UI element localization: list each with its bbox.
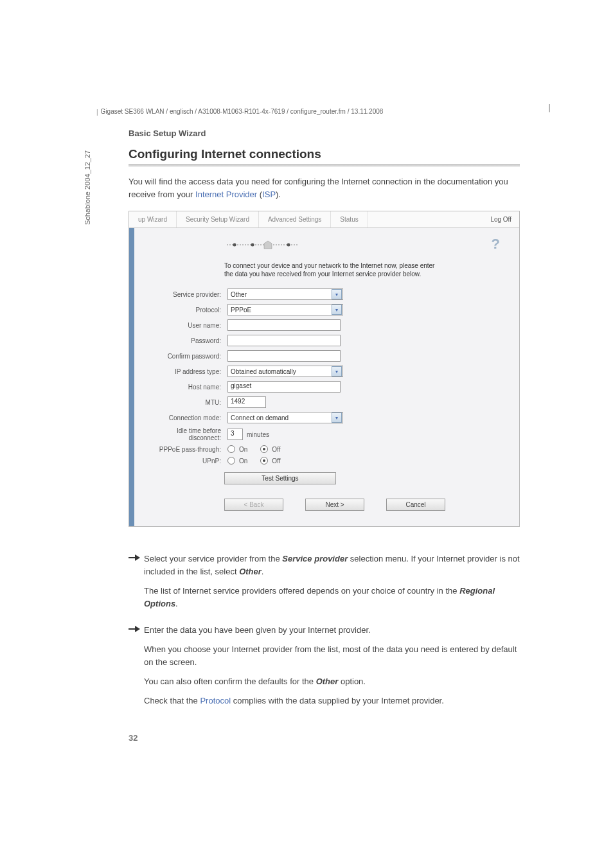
radio-label-on: On: [239, 446, 247, 453]
label-mtu: MTU:: [147, 399, 227, 406]
left-accent-bar: [129, 228, 134, 526]
chevron-down-icon: ▾: [332, 289, 342, 299]
intro-paragraph: You will find the access data you need f…: [129, 175, 520, 200]
input-mtu[interactable]: 1492: [227, 396, 266, 408]
label-protocol: Protocol:: [147, 306, 227, 314]
label-pppoe-passthrough: PPPoE pass-through:: [147, 446, 227, 453]
test-settings-button[interactable]: Test Settings: [224, 472, 336, 484]
label-idle-time: Idle time before disconnect:: [147, 427, 227, 441]
svg-point-2: [251, 244, 254, 247]
input-username[interactable]: [227, 319, 341, 331]
link-protocol: Protocol: [200, 696, 231, 705]
label-password: Password:: [147, 337, 227, 344]
svg-point-3: [287, 244, 290, 247]
logoff-link[interactable]: Log Off: [483, 211, 519, 227]
chevron-down-icon: ▾: [332, 366, 342, 376]
label-service-provider: Service provider:: [147, 291, 227, 298]
arrow-bullet-icon: [129, 624, 144, 714]
crop-mark: |: [61, 742, 74, 743]
tab-bar: up Wizard Security Setup Wizard Advanced…: [129, 211, 519, 228]
next-button[interactable]: Next >: [305, 499, 364, 511]
tab-security-setup[interactable]: Security Setup Wizard: [177, 211, 259, 227]
label-connection-mode: Connection mode:: [147, 414, 227, 421]
label-confirm-password: Confirm password:: [147, 353, 227, 360]
input-password[interactable]: [227, 335, 341, 346]
radio-pppoe-on[interactable]: [227, 445, 235, 453]
cancel-button[interactable]: Cancel: [386, 499, 445, 511]
chevron-down-icon: ▾: [332, 412, 342, 423]
page-title: Configuring Internet connections: [129, 147, 520, 161]
back-button[interactable]: < Back: [224, 499, 283, 511]
label-username: User name:: [147, 322, 227, 329]
link-internet-provider: Internet Provider: [195, 190, 257, 199]
crop-mark: |: [539, 103, 552, 116]
router-screenshot: up Wizard Security Setup Wizard Advanced…: [129, 211, 520, 527]
input-confirm-password[interactable]: [227, 350, 341, 362]
radio-label-off: Off: [272, 446, 280, 453]
chevron-down-icon: ▾: [332, 305, 342, 315]
label-host-name: Host name:: [147, 384, 227, 391]
instruction-2: Enter the data you have been given by yo…: [144, 624, 520, 714]
instruction-1: Select your service provider from the Se…: [144, 553, 520, 617]
label-minutes: minutes: [247, 431, 269, 438]
svg-marker-7: [135, 626, 140, 632]
link-isp: ISP: [262, 190, 276, 199]
svg-point-1: [233, 244, 236, 247]
input-host-name[interactable]: gigaset: [227, 381, 341, 393]
input-idle-time[interactable]: 3: [227, 429, 243, 440]
title-underline: [129, 164, 520, 166]
tab-status[interactable]: Status: [331, 211, 368, 227]
help-icon[interactable]: ?: [492, 236, 500, 252]
wizard-stepper: ?: [147, 237, 506, 261]
wizard-instruction: To connect your device and your network …: [147, 261, 443, 278]
radio-upnp-off[interactable]: [260, 457, 268, 465]
select-ip-address-type[interactable]: Obtained automatically ▾: [227, 366, 343, 377]
select-protocol[interactable]: PPPoE ▾: [227, 304, 343, 315]
radio-label-on: On: [239, 457, 247, 465]
arrow-bullet-icon: [129, 553, 144, 617]
document-header-path: |Gigaset SE366 WLAN / englisch / A31008-…: [96, 108, 383, 116]
label-upnp: UPnP:: [147, 457, 227, 465]
tab-setup-wizard[interactable]: up Wizard: [129, 211, 177, 227]
template-sidebar-label: Schablone 2004_12_27: [84, 150, 91, 225]
svg-marker-5: [135, 554, 140, 561]
tab-advanced-settings[interactable]: Advanced Settings: [259, 211, 331, 227]
select-connection-mode[interactable]: Connect on demand ▾: [227, 412, 343, 423]
page-number: 32: [129, 733, 520, 743]
radio-label-off: Off: [272, 457, 280, 465]
crop-mark: |: [539, 742, 552, 743]
stepper-icon: [224, 240, 301, 250]
radio-pppoe-off[interactable]: [260, 445, 268, 453]
section-label: Basic Setup Wizard: [129, 128, 520, 138]
label-ip-address-type: IP address type:: [147, 368, 227, 375]
select-service-provider[interactable]: Other ▾: [227, 288, 343, 300]
radio-upnp-on[interactable]: [227, 457, 235, 465]
